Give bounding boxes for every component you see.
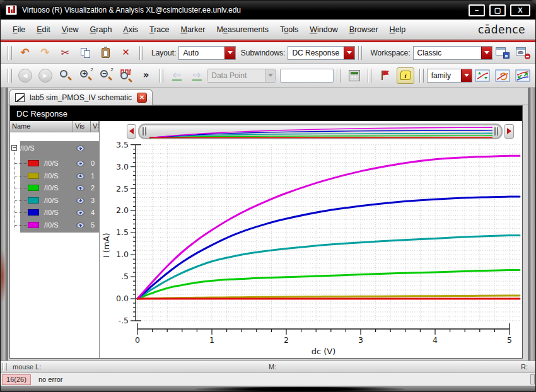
window-frame-left (1, 88, 8, 386)
collapse-icon[interactable] (11, 145, 17, 151)
status-resize-handle[interactable] (530, 374, 535, 384)
visibility-eye-icon[interactable] (76, 210, 84, 216)
delete-button[interactable]: ✕ (118, 45, 134, 61)
refresh-plot-button[interactable] (494, 67, 511, 84)
tree-connector (15, 200, 27, 201)
menu-measurements[interactable]: Measurements (211, 23, 274, 37)
visibility-eye-icon[interactable] (76, 173, 84, 179)
visibility-eye-icon[interactable] (76, 161, 84, 166)
toolbar-grip[interactable] (139, 46, 144, 60)
column-vis[interactable]: Vis (73, 121, 91, 132)
toolbar-grip[interactable] (358, 46, 363, 60)
scroll-right-button[interactable] (504, 124, 514, 139)
zoom-out-button[interactable]: −2 (98, 67, 114, 84)
datapoint-input[interactable] (280, 69, 334, 83)
toolbar-grip[interactable] (8, 46, 12, 60)
trace-color-swatch (28, 197, 39, 204)
trace-label: /I0/S (44, 209, 59, 216)
scroll-left-button[interactable] (127, 124, 136, 139)
undo-icon: ↶ (20, 47, 29, 58)
toolbar-overflow-button[interactable]: » (138, 67, 154, 84)
toolbar-grip[interactable] (368, 69, 372, 83)
menu-file[interactable]: File (7, 23, 31, 37)
layout-select[interactable]: Auto (178, 46, 235, 60)
flag-icon (380, 70, 390, 81)
column-vsg[interactable]: VSG (91, 121, 99, 132)
virtuoso-window: Virtuoso (R) Visualization & Analysis XL… (0, 0, 536, 392)
menu-trace[interactable]: Trace (144, 23, 175, 37)
zoom-waveform-button[interactable] (118, 67, 134, 84)
tab-dc-response[interactable]: lab5 sim_PMOS_IV schematic ✕ (9, 89, 153, 105)
trace-label: /I0/S (44, 159, 59, 167)
paste-button[interactable] (98, 45, 114, 61)
dc-response-plot[interactable]: 3.53.02.52.01.51.0.50.0-.5012345dc (V)I … (102, 139, 522, 358)
copy-button[interactable] (78, 45, 94, 61)
toolbar-grip[interactable] (419, 69, 424, 83)
graph-toolbar: ◀ ▶ +2 −2 » ⇦ ⇨ Data Point i family (1, 64, 536, 88)
zoom-in-button[interactable]: +2 (78, 67, 94, 84)
overview-slider-track[interactable] (138, 124, 503, 139)
menu-marker[interactable]: Marker (175, 23, 211, 37)
menu-graph[interactable]: Graph (84, 23, 118, 37)
datapoint-value: Data Point (207, 69, 264, 82)
status-message: no error (38, 376, 63, 383)
slider-grip-left[interactable] (143, 127, 146, 135)
trace-curve-3[interactable] (137, 236, 520, 299)
trace-curve-5[interactable] (137, 156, 520, 299)
menu-view[interactable]: View (56, 23, 84, 37)
toolbar-grip[interactable] (337, 69, 341, 83)
dropdown-arrow-icon[interactable] (224, 47, 235, 59)
undo-button[interactable]: ↶ (17, 45, 33, 61)
shadow-blob (196, 387, 404, 392)
forward-button[interactable]: ▶ (37, 67, 54, 84)
visibility-eye-icon[interactable] (76, 198, 84, 204)
maximize-button[interactable]: ▢ (489, 4, 506, 16)
toolbar-grip[interactable] (160, 69, 164, 83)
calculator-button[interactable] (346, 67, 363, 84)
menu-window[interactable]: Window (304, 23, 343, 37)
datapoint-select[interactable]: Data Point (207, 69, 276, 83)
tab-label: lab5 sim_PMOS_IV schematic (30, 93, 132, 102)
visibility-eye-icon[interactable] (76, 146, 84, 151)
dropdown-arrow-icon[interactable] (461, 69, 472, 82)
tree-row[interactable]: /I0/S (10, 142, 99, 154)
exchange-plots-button[interactable] (515, 67, 531, 84)
menu-edit[interactable]: Edit (31, 23, 56, 37)
workspace-select[interactable]: Classic (413, 46, 492, 60)
dropdown-arrow-icon[interactable] (481, 47, 492, 59)
zoom-fit-button[interactable] (57, 67, 74, 84)
subwindows-select[interactable]: DC Response (288, 46, 355, 60)
swap-sweep-icon (475, 69, 490, 82)
swap-sweep-button[interactable] (474, 67, 491, 84)
titlebar: Virtuoso (R) Visualization & Analysis XL… (1, 1, 536, 20)
back-icon: ◀ (18, 69, 32, 83)
close-button[interactable]: X (510, 4, 530, 16)
menu-help[interactable]: Help (384, 23, 412, 37)
cut-icon: ✂ (61, 48, 69, 58)
toolbar-grip[interactable] (8, 69, 12, 83)
label-info-toggle[interactable]: i (397, 67, 414, 84)
delete-workspace-button[interactable] (515, 45, 531, 61)
column-name[interactable]: Name (10, 121, 73, 132)
dropdown-arrow-icon[interactable] (344, 47, 354, 59)
next-point-button[interactable]: ⇨ (189, 67, 205, 84)
svg-text:-.5: -.5 (119, 316, 129, 325)
cut-button[interactable]: ✂ (57, 45, 74, 61)
menu-tools[interactable]: Tools (274, 23, 304, 37)
previous-point-button[interactable]: ⇦ (168, 67, 185, 84)
trace-sweep-value: 5 (91, 221, 95, 229)
menu-browser[interactable]: Browser (344, 23, 384, 37)
visibility-eye-icon[interactable] (76, 222, 84, 228)
minimize-button[interactable]: – (469, 4, 485, 16)
slider-grip-right[interactable] (494, 127, 498, 135)
graph-subwindow: DC Response Name Vis VSG /I0/S/I0/S0/I0/… (9, 105, 523, 359)
back-button[interactable]: ◀ (17, 67, 33, 84)
flag-button[interactable] (376, 67, 393, 84)
family-select[interactable]: family (427, 69, 472, 83)
tab-close-button[interactable]: ✕ (137, 93, 147, 103)
redo-button[interactable]: ↷ (37, 45, 54, 61)
save-workspace-button[interactable] (494, 45, 511, 61)
visibility-eye-icon[interactable] (76, 185, 84, 191)
dropdown-arrow-icon[interactable] (265, 69, 276, 82)
menu-axis[interactable]: Axis (117, 23, 144, 37)
